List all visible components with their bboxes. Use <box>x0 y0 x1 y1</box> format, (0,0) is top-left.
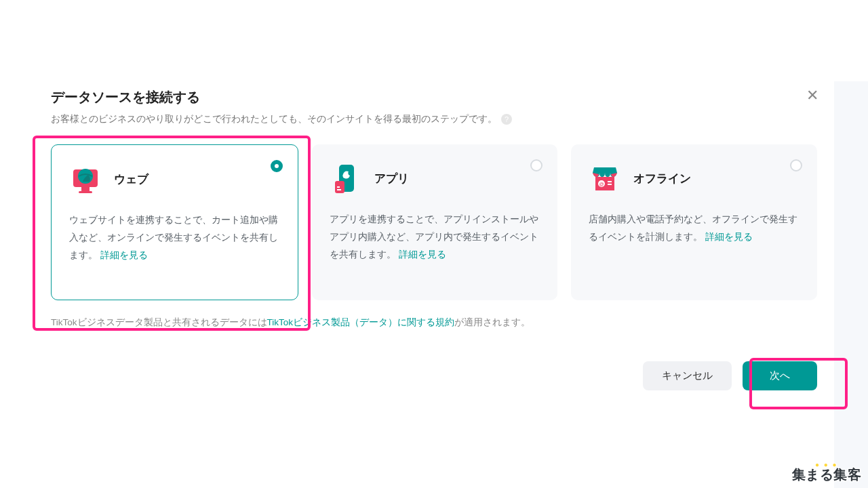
modal-title: データソースを接続する <box>37 68 831 113</box>
close-button[interactable]: ✕ <box>806 87 818 104</box>
card-offline[interactable]: @ オフライン 店舗内購入や電話予約など、オフラインで発生するイベントを計測しま… <box>571 144 817 300</box>
radio-app[interactable] <box>530 159 542 171</box>
card-web-more[interactable]: 詳細を見る <box>100 249 148 260</box>
svg-rect-6 <box>337 186 340 188</box>
card-offline-title: オフライン <box>633 171 691 186</box>
watermark-logo: ● ● ● 集まる集客 <box>792 461 862 484</box>
terms-link[interactable]: TikTokビジネス製品（データ）に関する規約 <box>267 317 455 327</box>
terms-disclosure: TikTokビジネスデータ製品と共有されるデータにはTikTokビジネス製品（デ… <box>37 300 831 329</box>
connect-data-source-modal: ✕ データソースを接続する お客様とのビジネスのやり取りがどこで行われたとしても… <box>37 68 831 404</box>
globe-icon <box>69 163 102 195</box>
svg-text:@: @ <box>599 182 604 186</box>
modal-footer: キャンセル 次へ <box>37 329 831 404</box>
svg-rect-1 <box>81 187 90 191</box>
cancel-button[interactable]: キャンセル <box>643 361 732 390</box>
svg-rect-13 <box>608 181 612 182</box>
radio-offline[interactable] <box>790 159 802 171</box>
radio-web[interactable] <box>271 160 283 172</box>
card-app-title: アプリ <box>374 171 409 186</box>
card-offline-more[interactable]: 詳細を見る <box>705 231 753 242</box>
help-icon[interactable]: ? <box>501 114 512 125</box>
next-button[interactable]: 次へ <box>743 361 817 390</box>
card-web-desc: ウェブサイトを連携することで、カート追加や購入など、オンラインで発生するイベント… <box>69 211 280 264</box>
svg-rect-14 <box>608 184 612 185</box>
source-cards: ウェブ ウェブサイトを連携することで、カート追加や購入など、オンラインで発生する… <box>37 144 831 300</box>
card-app-more[interactable]: 詳細を見る <box>399 249 446 260</box>
svg-rect-2 <box>79 191 92 193</box>
store-icon: @ <box>589 162 621 195</box>
card-app-desc: アプリを連携することで、アプリインストールやアプリ内購入など、アプリ内で発生する… <box>330 211 540 264</box>
phone-icon <box>330 162 362 195</box>
card-app[interactable]: アプリ アプリを連携することで、アプリインストールやアプリ内購入など、アプリ内で… <box>312 144 558 300</box>
card-web-title: ウェブ <box>114 171 149 187</box>
card-web[interactable]: ウェブ ウェブサイトを連携することで、カート追加や購入など、オンラインで発生する… <box>51 144 298 300</box>
subtitle-text: お客様とのビジネスのやり取りがどこで行われたとしても、そのインサイトを得る最初の… <box>51 113 497 125</box>
modal-subtitle: お客様とのビジネスのやり取りがどこで行われたとしても、そのインサイトを得る最初の… <box>37 113 831 144</box>
svg-rect-7 <box>337 189 341 190</box>
card-offline-desc: 店舗内購入や電話予約など、オフラインで発生するイベントを計測します。 詳細を見る <box>589 211 800 246</box>
